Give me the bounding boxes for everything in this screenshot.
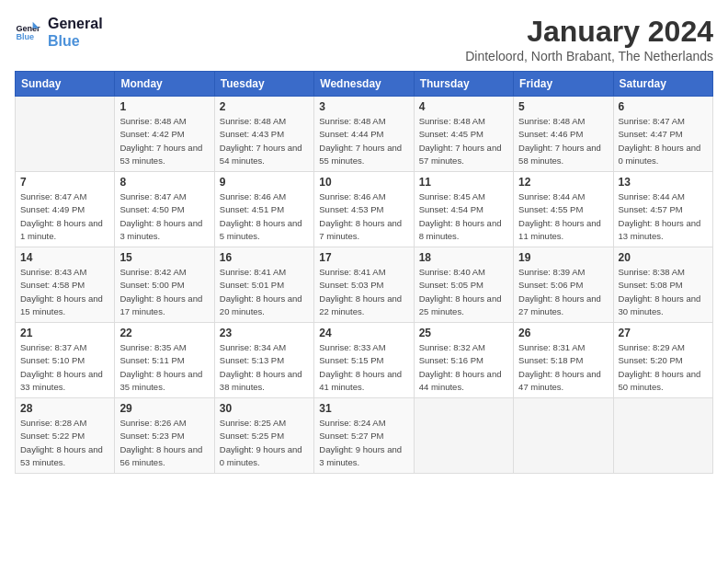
day-info: Sunrise: 8:29 AMSunset: 5:20 PMDaylight:… [619,341,708,394]
day-info: Sunrise: 8:28 AMSunset: 5:22 PMDaylight:… [20,417,109,469]
day-info: Sunrise: 8:34 AMSunset: 5:13 PMDaylight:… [220,341,309,394]
calendar-cell: 15Sunrise: 8:42 AMSunset: 5:00 PMDayligh… [115,247,214,323]
calendar-cell: 6Sunrise: 8:47 AMSunset: 4:47 PMDaylight… [613,97,712,172]
calendar-cell: 25Sunrise: 8:32 AMSunset: 5:16 PMDayligh… [414,323,513,398]
calendar-cell: 20Sunrise: 8:38 AMSunset: 5:08 PMDayligh… [613,247,712,323]
calendar-cell: 4Sunrise: 8:48 AMSunset: 4:45 PMDaylight… [414,97,513,172]
day-info: Sunrise: 8:37 AMSunset: 5:10 PMDaylight:… [20,341,109,394]
calendar-body: 1Sunrise: 8:48 AMSunset: 4:42 PMDaylight… [16,97,713,474]
day-info: Sunrise: 8:35 AMSunset: 5:11 PMDaylight:… [119,341,209,394]
day-number: 13 [619,176,708,189]
day-number: 19 [518,251,608,264]
calendar-cell: 28Sunrise: 8:28 AMSunset: 5:22 PMDayligh… [16,398,115,474]
day-number: 7 [20,176,109,189]
calendar-week-row: 21Sunrise: 8:37 AMSunset: 5:10 PMDayligh… [16,323,713,398]
day-number: 30 [220,402,309,415]
logo-text-blue: Blue [48,32,103,50]
day-info: Sunrise: 8:47 AMSunset: 4:49 PMDaylight:… [20,190,109,243]
day-number: 12 [518,176,608,189]
day-info: Sunrise: 8:39 AMSunset: 5:06 PMDaylight:… [518,266,608,318]
day-info: Sunrise: 8:25 AMSunset: 5:25 PMDaylight:… [220,417,309,469]
calendar-cell: 29Sunrise: 8:26 AMSunset: 5:23 PMDayligh… [115,398,214,474]
day-info: Sunrise: 8:44 AMSunset: 4:55 PMDaylight:… [518,190,608,243]
day-number: 22 [119,327,209,339]
day-number: 8 [119,176,209,189]
weekday-header-row: SundayMondayTuesdayWednesdayThursdayFrid… [16,72,713,97]
day-number: 9 [220,176,309,189]
day-info: Sunrise: 8:33 AMSunset: 5:15 PMDaylight:… [319,341,408,394]
logo-icon: General Blue [15,19,40,45]
calendar-cell: 22Sunrise: 8:35 AMSunset: 5:11 PMDayligh… [115,323,214,398]
weekday-header-friday: Friday [514,72,613,97]
day-info: Sunrise: 8:42 AMSunset: 5:00 PMDaylight:… [119,266,209,318]
weekday-header-monday: Monday [115,72,214,97]
weekday-header-sunday: Sunday [16,72,115,97]
calendar-cell: 27Sunrise: 8:29 AMSunset: 5:20 PMDayligh… [613,323,712,398]
calendar-week-row: 1Sunrise: 8:48 AMSunset: 4:42 PMDaylight… [16,97,713,172]
day-number: 11 [419,176,508,189]
day-info: Sunrise: 8:32 AMSunset: 5:16 PMDaylight:… [419,341,508,394]
calendar-cell: 26Sunrise: 8:31 AMSunset: 5:18 PMDayligh… [514,323,613,398]
day-number: 31 [319,402,408,415]
day-info: Sunrise: 8:24 AMSunset: 5:27 PMDaylight:… [319,417,408,469]
day-info: Sunrise: 8:41 AMSunset: 5:01 PMDaylight:… [220,266,309,318]
calendar-cell: 14Sunrise: 8:43 AMSunset: 4:58 PMDayligh… [16,247,115,323]
day-info: Sunrise: 8:38 AMSunset: 5:08 PMDaylight:… [619,266,708,318]
calendar-week-row: 7Sunrise: 8:47 AMSunset: 4:49 PMDaylight… [16,172,713,247]
calendar-cell: 12Sunrise: 8:44 AMSunset: 4:55 PMDayligh… [514,172,613,247]
day-number: 27 [619,327,708,339]
day-number: 28 [20,402,109,415]
calendar-week-row: 28Sunrise: 8:28 AMSunset: 5:22 PMDayligh… [16,398,713,474]
calendar-cell: 9Sunrise: 8:46 AMSunset: 4:51 PMDaylight… [214,172,313,247]
weekday-header-tuesday: Tuesday [214,72,313,97]
day-number: 16 [220,251,309,264]
calendar-cell: 17Sunrise: 8:41 AMSunset: 5:03 PMDayligh… [314,247,414,323]
calendar-table: SundayMondayTuesdayWednesdayThursdayFrid… [15,71,713,474]
day-number: 26 [518,327,608,339]
day-number: 20 [619,251,708,264]
calendar-cell: 19Sunrise: 8:39 AMSunset: 5:06 PMDayligh… [514,247,613,323]
day-number: 14 [20,251,109,264]
day-number: 25 [419,327,508,339]
calendar-cell: 5Sunrise: 8:48 AMSunset: 4:46 PMDaylight… [514,97,613,172]
day-info: Sunrise: 8:48 AMSunset: 4:43 PMDaylight:… [220,115,309,167]
calendar-cell: 3Sunrise: 8:48 AMSunset: 4:44 PMDaylight… [314,97,414,172]
month-title: January 2024 [465,15,713,49]
day-number: 24 [319,327,408,339]
calendar-cell: 16Sunrise: 8:41 AMSunset: 5:01 PMDayligh… [214,247,313,323]
day-number: 6 [619,100,708,113]
calendar-cell: 11Sunrise: 8:45 AMSunset: 4:54 PMDayligh… [414,172,513,247]
day-info: Sunrise: 8:41 AMSunset: 5:03 PMDaylight:… [319,266,408,318]
day-info: Sunrise: 8:26 AMSunset: 5:23 PMDaylight:… [119,417,209,469]
calendar-week-row: 14Sunrise: 8:43 AMSunset: 4:58 PMDayligh… [16,247,713,323]
day-info: Sunrise: 8:46 AMSunset: 4:51 PMDaylight:… [220,190,309,243]
day-number: 10 [319,176,408,189]
logo: General Blue General Blue [15,15,103,50]
day-number: 21 [20,327,109,339]
day-number: 17 [319,251,408,264]
day-number: 29 [119,402,209,415]
day-info: Sunrise: 8:44 AMSunset: 4:57 PMDaylight:… [619,190,708,243]
calendar-cell [514,398,613,474]
svg-text:Blue: Blue [16,33,34,42]
calendar-cell: 31Sunrise: 8:24 AMSunset: 5:27 PMDayligh… [314,398,414,474]
weekday-header-wednesday: Wednesday [314,72,414,97]
calendar-cell: 2Sunrise: 8:48 AMSunset: 4:43 PMDaylight… [214,97,313,172]
calendar-cell [613,398,712,474]
calendar-cell: 10Sunrise: 8:46 AMSunset: 4:53 PMDayligh… [314,172,414,247]
calendar-cell: 23Sunrise: 8:34 AMSunset: 5:13 PMDayligh… [214,323,313,398]
calendar-cell: 8Sunrise: 8:47 AMSunset: 4:50 PMDaylight… [115,172,214,247]
day-number: 15 [119,251,209,264]
day-number: 23 [220,327,309,339]
day-info: Sunrise: 8:40 AMSunset: 5:05 PMDaylight:… [419,266,508,318]
day-info: Sunrise: 8:46 AMSunset: 4:53 PMDaylight:… [319,190,408,243]
header: General Blue General Blue January 2024 D… [15,15,713,63]
day-info: Sunrise: 8:48 AMSunset: 4:46 PMDaylight:… [518,115,608,167]
title-block: January 2024 Dinteloord, North Brabant, … [465,15,713,63]
day-number: 5 [518,100,608,113]
day-info: Sunrise: 8:31 AMSunset: 5:18 PMDaylight:… [518,341,608,394]
logo-text-general: General [48,15,103,32]
day-info: Sunrise: 8:48 AMSunset: 4:44 PMDaylight:… [319,115,408,167]
day-number: 4 [419,100,508,113]
day-number: 1 [119,100,209,113]
